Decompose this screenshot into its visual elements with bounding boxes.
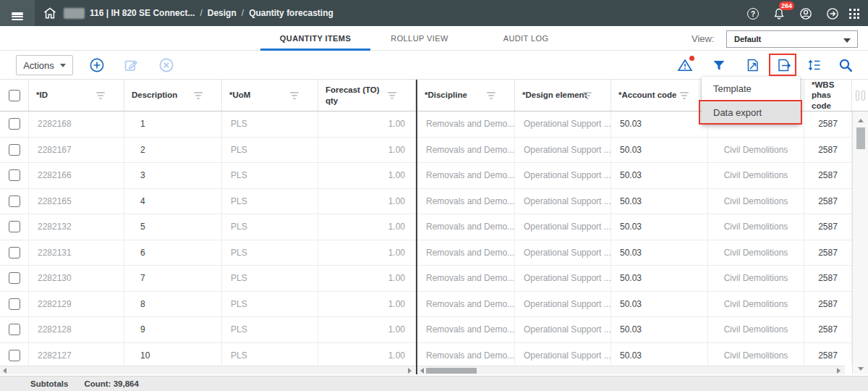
cell-uom[interactable]: PLS — [222, 240, 318, 266]
scroll-right-arrow[interactable] — [408, 368, 412, 374]
add-button[interactable] — [88, 56, 106, 74]
table-row[interactable]: 22821672PLS1.00 — [0, 138, 416, 164]
row-checkbox[interactable] — [9, 196, 20, 207]
cell-id[interactable]: 2282167 — [29, 138, 124, 163]
cell-discipline[interactable]: Removals and Demo... — [417, 189, 515, 214]
cell-description[interactable]: 6 — [124, 240, 222, 266]
cell-wbs_phase_code[interactable]: 2587 — [804, 343, 852, 366]
column-header-discipline[interactable]: *Discipline — [417, 80, 515, 111]
cell-forecast_qty[interactable]: 1.00 — [318, 292, 416, 317]
tab-audit-log[interactable]: AUDIT LOG — [486, 26, 566, 51]
column-options-corner[interactable] — [852, 80, 868, 112]
table-row[interactable]: Removals and Demo...Operational Support … — [417, 214, 852, 240]
select-all-header-cell[interactable] — [0, 80, 29, 111]
cell-uom[interactable]: PLS — [222, 292, 318, 317]
filter-menu-icon[interactable] — [388, 92, 396, 99]
horizontal-scrollbar-thumb[interactable] — [426, 368, 477, 374]
cell-account_code[interactable]: 50.03 — [611, 163, 708, 188]
horizontal-scrollbar-right[interactable] — [417, 366, 845, 374]
column-header-account_code[interactable]: *Account code — [611, 80, 708, 111]
delete-button[interactable] — [158, 56, 175, 74]
cell-discipline[interactable]: Removals and Demo... — [417, 240, 515, 266]
cell-uom[interactable]: PLS — [222, 266, 318, 291]
cell-description[interactable]: 10 — [124, 343, 222, 366]
view-select[interactable]: Default — [726, 30, 858, 48]
cell-account_code[interactable]: 50.03 — [611, 240, 708, 266]
cell-id[interactable]: 2282127 — [29, 343, 124, 366]
scroll-left-arrow[interactable] — [3, 368, 7, 374]
cell-description[interactable]: 4 — [124, 189, 222, 214]
filter-menu-icon[interactable] — [96, 92, 105, 99]
filter-menu-icon[interactable] — [194, 92, 203, 99]
vertical-scrollbar-thumb[interactable] — [856, 127, 865, 149]
issues-button[interactable] — [676, 56, 694, 74]
row-checkbox[interactable] — [9, 298, 20, 310]
breadcrumb-section[interactable]: Design — [208, 8, 237, 18]
cell-description[interactable]: 7 — [124, 266, 222, 291]
table-row[interactable]: Removals and Demo...Operational Support … — [417, 240, 852, 266]
column-header-description[interactable]: Description — [124, 80, 222, 111]
cell-discipline[interactable]: Removals and Demo... — [417, 266, 515, 291]
cell-id[interactable]: 2282165 — [29, 189, 124, 214]
cell-forecast_qty[interactable]: 1.00 — [318, 189, 416, 214]
cell-forecast_qty[interactable]: 1.00 — [318, 240, 416, 266]
filter-menu-icon[interactable] — [487, 92, 495, 99]
cell-description[interactable]: 9 — [124, 317, 222, 342]
cell-account_code[interactable]: 50.03 — [611, 214, 708, 240]
cell-id[interactable]: 2282168 — [29, 112, 124, 137]
row-checkbox[interactable] — [9, 272, 20, 284]
row-checkbox[interactable] — [9, 324, 20, 335]
cell-hidden[interactable]: Civil Demolitions — [708, 138, 804, 163]
table-row[interactable]: 22821681PLS1.00 — [0, 112, 416, 138]
table-row[interactable]: Removals and Demo...Operational Support … — [417, 189, 852, 215]
cell-hidden[interactable]: Civil Demolitions — [708, 214, 804, 240]
column-header-id[interactable]: *ID — [29, 80, 124, 111]
row-checkbox[interactable] — [9, 247, 20, 258]
cell-hidden[interactable]: Civil Demolitions — [708, 163, 804, 188]
table-row[interactable]: 22821307PLS1.00 — [0, 266, 416, 292]
cell-account_code[interactable]: 50.03 — [611, 317, 708, 342]
cell-discipline[interactable]: Removals and Demo... — [417, 343, 515, 366]
filter-menu-icon[interactable] — [290, 92, 299, 99]
table-row[interactable]: Removals and Demo...Operational Support … — [417, 163, 852, 189]
cell-account_code[interactable]: 50.03 — [611, 343, 708, 366]
row-select-cell[interactable] — [0, 189, 29, 214]
tab-quantity-items[interactable]: QUANTITY ITEMS — [260, 26, 370, 51]
cell-wbs_phase_code[interactable]: 2587 — [804, 163, 852, 188]
cell-hidden[interactable]: Civil Demolitions — [708, 292, 804, 317]
row-select-cell[interactable] — [0, 292, 29, 317]
table-row[interactable]: Removals and Demo...Operational Support … — [417, 138, 852, 164]
data-export-button[interactable] — [775, 56, 792, 74]
cell-uom[interactable]: PLS — [222, 214, 318, 240]
search-button[interactable] — [837, 56, 854, 74]
cell-wbs_phase_code[interactable]: 2587 — [804, 292, 852, 317]
cell-wbs_phase_code[interactable]: 2587 — [804, 112, 852, 137]
cell-uom[interactable]: PLS — [222, 189, 318, 214]
user-button[interactable] — [798, 6, 814, 22]
cell-id[interactable]: 2282131 — [29, 240, 124, 266]
row-select-cell[interactable] — [0, 138, 29, 163]
cell-uom[interactable]: PLS — [222, 138, 318, 163]
filter-button[interactable] — [710, 56, 728, 74]
cell-account_code[interactable]: 50.03 — [611, 189, 708, 214]
cell-design_element[interactable]: Operational Support ... — [515, 163, 611, 188]
breadcrumb-project[interactable]: 116 | IH 820 SE Connect... — [90, 8, 195, 18]
cell-wbs_phase_code[interactable]: 2587 — [804, 317, 852, 342]
scroll-right-arrow[interactable] — [837, 368, 841, 374]
cell-forecast_qty[interactable]: 1.00 — [318, 112, 416, 137]
cell-account_code[interactable]: 50.03 — [611, 112, 708, 137]
cell-id[interactable]: 2282130 — [29, 266, 124, 291]
cell-discipline[interactable]: Removals and Demo... — [417, 112, 515, 137]
cell-wbs_phase_code[interactable]: 2587 — [804, 214, 852, 240]
table-row[interactable]: 22821289PLS1.00 — [0, 317, 416, 343]
horizontal-scrollbar-left[interactable] — [0, 366, 416, 374]
row-select-cell[interactable] — [0, 266, 29, 291]
cell-account_code[interactable]: 50.03 — [611, 266, 708, 291]
cell-design_element[interactable]: Operational Support ... — [515, 317, 611, 342]
cell-forecast_qty[interactable]: 1.00 — [318, 138, 416, 163]
apps-grid-button[interactable] — [846, 6, 862, 22]
cell-id[interactable]: 2282129 — [29, 292, 124, 317]
row-select-cell[interactable] — [0, 317, 29, 342]
frozen-pane-divider[interactable] — [416, 80, 417, 374]
filter-menu-icon[interactable] — [583, 92, 592, 99]
